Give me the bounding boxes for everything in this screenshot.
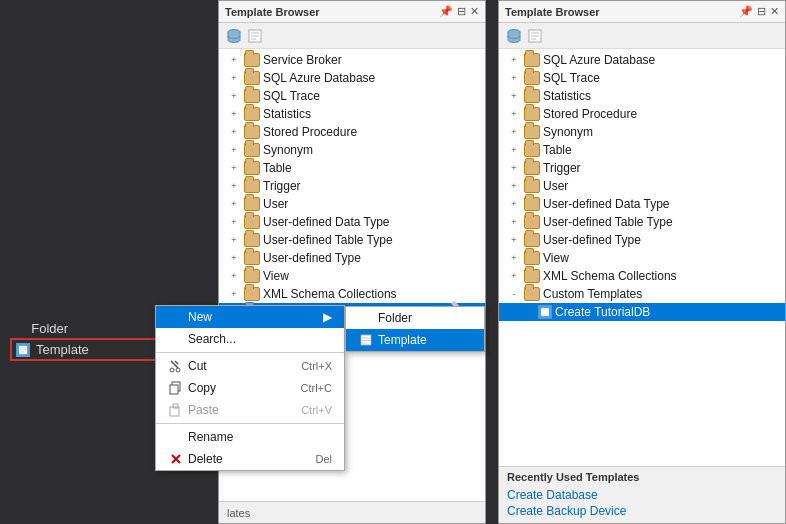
template-browser-right: Template Browser 📌 ⊟ ✕ + — [498, 0, 786, 524]
expand-icon: + — [507, 251, 521, 265]
close-icon-left[interactable]: ✕ — [470, 5, 479, 18]
expand-icon: + — [227, 143, 241, 157]
tree-item-synonym[interactable]: + Synonym — [219, 141, 485, 159]
tree-label: User-defined Type — [263, 251, 481, 265]
folder-icon — [244, 89, 260, 103]
tree-item-r-trigger[interactable]: + Trigger — [499, 159, 785, 177]
tree-item-user-defined-type[interactable]: + User-defined Type — [219, 249, 485, 267]
recently-used-create-database[interactable]: Create Database — [507, 487, 777, 503]
context-menu-rename[interactable]: Rename — [156, 426, 344, 448]
tree-item-r-table[interactable]: + Table — [499, 141, 785, 159]
folder-icon — [244, 107, 260, 121]
search-menu-label: Search... — [188, 332, 236, 346]
dock-icon-left[interactable]: ⊟ — [457, 5, 466, 18]
db-toolbar-icon-right[interactable] — [505, 27, 523, 45]
tree-label: Stored Procedure — [263, 125, 481, 139]
pin-icon-left[interactable]: 📌 — [439, 5, 453, 18]
expand-icon: + — [507, 71, 521, 85]
tree-item-r-sql-trace[interactable]: + SQL Trace — [499, 69, 785, 87]
toolbar-right — [499, 23, 785, 49]
dock-icon-right[interactable]: ⊟ — [757, 5, 766, 18]
tree-label: Stored Procedure — [543, 107, 781, 121]
expand-icon: + — [507, 143, 521, 157]
folder-sub-icon — [358, 310, 374, 326]
new-menu-label: New — [188, 310, 212, 324]
expand-icon: + — [227, 179, 241, 193]
separator-1 — [156, 352, 344, 353]
context-menu-paste[interactable]: Paste Ctrl+V — [156, 399, 344, 421]
tree-label: SQL Trace — [263, 89, 481, 103]
close-icon-right[interactable]: ✕ — [770, 5, 779, 18]
tree-item-r-statistics[interactable]: + Statistics — [499, 87, 785, 105]
folder-icon — [244, 53, 260, 67]
recently-used-title: Recently Used Templates — [507, 471, 777, 483]
context-menu-search[interactable]: Search... — [156, 328, 344, 350]
tree-label: Synonym — [543, 125, 781, 139]
panel-title-bar-left: Template Browser 📌 ⊟ ✕ — [219, 1, 485, 23]
new-menu-arrow: ▶ — [323, 310, 332, 324]
tree-item-user-defined-table[interactable]: + User-defined Table Type — [219, 231, 485, 249]
tree-item-r-view[interactable]: + View — [499, 249, 785, 267]
context-menu-copy[interactable]: Copy Ctrl+C — [156, 377, 344, 399]
expand-icon: + — [227, 269, 241, 283]
tree-item-trigger[interactable]: + Trigger — [219, 177, 485, 195]
svg-rect-14 — [541, 308, 549, 316]
tree-item-sql-azure[interactable]: + SQL Azure Database — [219, 69, 485, 87]
tree-area-right[interactable]: + SQL Azure Database + SQL Trace + Stati… — [499, 49, 785, 466]
db-toolbar-icon-left[interactable] — [225, 27, 243, 45]
folder-icon — [524, 53, 540, 67]
tree-item-r-stored-procedure[interactable]: + Stored Procedure — [499, 105, 785, 123]
tree-item-r-user-defined-data[interactable]: + User-defined Data Type — [499, 195, 785, 213]
expand-icon — [521, 305, 535, 319]
folder-icon — [244, 287, 260, 301]
tree-item-user-defined-data[interactable]: + User-defined Data Type — [219, 213, 485, 231]
tree-item-sql-trace[interactable]: + SQL Trace — [219, 87, 485, 105]
tree-item-r-sql-azure[interactable]: + SQL Azure Database — [499, 51, 785, 69]
tree-item-r-synonym[interactable]: + Synonym — [499, 123, 785, 141]
svg-rect-24 — [170, 385, 178, 394]
template-toolbar-icon-right[interactable] — [526, 27, 544, 45]
tree-item-r-create-tutorialdb[interactable]: Create TutorialDB — [499, 303, 785, 321]
submenu-template[interactable]: Template — [346, 329, 484, 351]
tree-item-r-custom-templates[interactable]: - Custom Templates — [499, 285, 785, 303]
tree-item-stored-procedure[interactable]: + Stored Procedure — [219, 123, 485, 141]
folder-icon — [524, 125, 540, 139]
tree-label: View — [543, 251, 781, 265]
tree-label: User-defined Data Type — [543, 197, 781, 211]
expand-icon: + — [227, 233, 241, 247]
tree-item-r-user-defined-type[interactable]: + User-defined Type — [499, 231, 785, 249]
paste-menu-label: Paste — [188, 403, 219, 417]
expand-icon: + — [227, 251, 241, 265]
expand-icon: + — [507, 107, 521, 121]
paste-icon — [168, 402, 184, 418]
pin-icon-right[interactable]: 📌 — [739, 5, 753, 18]
context-menu-new[interactable]: New ▶ Folder Template — [156, 306, 344, 328]
delete-icon — [168, 451, 184, 467]
tree-item-user[interactable]: + User — [219, 195, 485, 213]
template-toolbar-icon-left[interactable] — [246, 27, 264, 45]
folder-icon — [524, 71, 540, 85]
tree-label: Create TutorialDB — [555, 305, 781, 319]
tree-item-r-user-defined-table[interactable]: + User-defined Table Type — [499, 213, 785, 231]
folder-icon — [524, 215, 540, 229]
panel-title-left: Template Browser — [225, 6, 320, 18]
tree-item-service-broker[interactable]: + Service Broker — [219, 51, 485, 69]
file-icon-small — [538, 305, 552, 319]
tree-item-table[interactable]: + Table — [219, 159, 485, 177]
tree-item-r-xml-schema[interactable]: + XML Schema Collections — [499, 267, 785, 285]
separator-2 — [156, 423, 344, 424]
tree-label: SQL Azure Database — [263, 71, 481, 85]
context-menu-cut[interactable]: Cut Ctrl+X — [156, 355, 344, 377]
expand-icon: + — [227, 197, 241, 211]
folder-spacer — [10, 323, 25, 335]
folder-label-item: Folder — [10, 321, 160, 336]
folder-icon — [244, 269, 260, 283]
tree-item-r-user[interactable]: + User — [499, 177, 785, 195]
folder-icon — [524, 179, 540, 193]
copy-icon — [168, 380, 184, 396]
tree-label: User — [263, 197, 481, 211]
tree-item-statistics[interactable]: + Statistics — [219, 105, 485, 123]
context-menu-delete[interactable]: Delete Del — [156, 448, 344, 470]
submenu-folder[interactable]: Folder — [346, 307, 484, 329]
recently-used-create-backup[interactable]: Create Backup Device — [507, 503, 777, 519]
